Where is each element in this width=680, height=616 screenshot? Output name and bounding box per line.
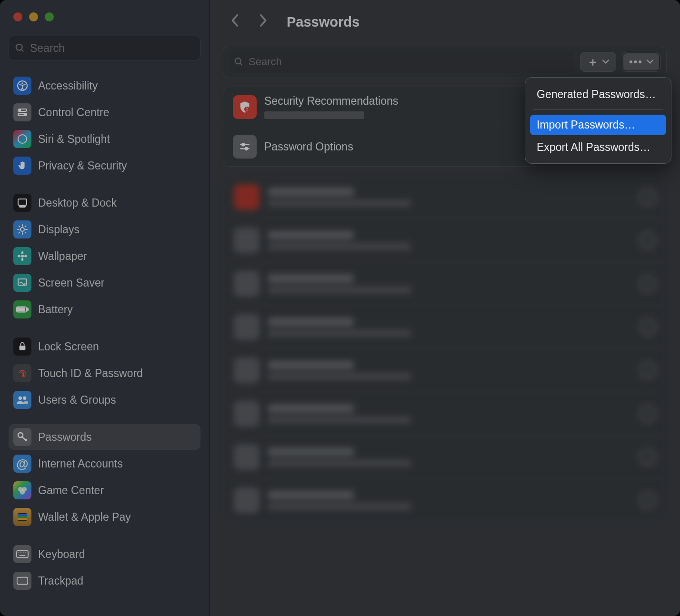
add-password-button[interactable]: ＋: [580, 52, 616, 72]
sidebar-item-battery[interactable]: Battery: [9, 297, 200, 322]
sidebar-item-keyboard[interactable]: Keyboard: [9, 541, 200, 567]
sidebar-item-touch-id[interactable]: Touch ID & Password: [9, 360, 200, 386]
toolbar: ＋ •••: [223, 46, 667, 78]
sidebar-item-label: Wallet & Apple Pay: [38, 511, 131, 524]
info-button[interactable]: i: [640, 449, 656, 465]
sidebar-item-users-groups[interactable]: Users & Groups: [9, 387, 200, 413]
redacted-username: [268, 460, 411, 467]
plus-icon: ＋: [587, 54, 599, 70]
sidebar-item-label: Siri & Spotlight: [38, 133, 110, 146]
menu-item-import-passwords[interactable]: Import Passwords…: [530, 115, 666, 135]
redacted-username: [268, 417, 411, 423]
site-favicon: [234, 314, 260, 340]
menu-item-generated-passwords[interactable]: Generated Passwords…: [530, 84, 666, 105]
search-icon: [234, 57, 244, 67]
passwords-search[interactable]: [229, 51, 574, 73]
redacted-subtext: [264, 111, 364, 119]
password-options-label: Password Options: [264, 140, 353, 153]
password-row[interactable]: i: [223, 349, 666, 392]
svg-line-1: [21, 50, 24, 52]
redacted-site-name: [268, 274, 354, 283]
svg-point-23: [18, 255, 20, 258]
sidebar-item-accessibility[interactable]: Accessibility: [9, 73, 200, 99]
svg-point-21: [21, 251, 24, 254]
sidebar-item-lock-screen[interactable]: Lock Screen: [9, 334, 200, 359]
sun-icon: [13, 220, 31, 238]
sidebar-item-wallet[interactable]: Wallet & Apple Pay: [9, 504, 200, 530]
more-actions-popover: Generated Passwords…Import Passwords…Exp…: [525, 77, 671, 164]
site-favicon: [234, 271, 260, 297]
accessibility-icon: [13, 77, 31, 95]
sidebar-item-label: Passwords: [38, 431, 91, 444]
svg-point-3: [21, 82, 23, 84]
flower-icon: [13, 247, 31, 265]
search-icon: [15, 43, 25, 53]
info-button[interactable]: i: [640, 362, 656, 378]
sidebar-item-label: Desktop & Dock: [38, 197, 117, 209]
menu-item-export-all-passwords[interactable]: Export All Passwords…: [530, 137, 666, 158]
close-window-button[interactable]: [13, 12, 22, 21]
svg-rect-37: [18, 514, 27, 516]
password-row[interactable]: i: [223, 176, 666, 219]
info-button[interactable]: i: [640, 232, 656, 248]
sidebar-item-label: Internet Accounts: [38, 457, 123, 470]
siri-icon: [13, 130, 31, 148]
wallet-icon: [13, 508, 31, 526]
sidebar-item-wallpaper[interactable]: Wallpaper: [9, 243, 200, 269]
info-button[interactable]: i: [640, 492, 656, 508]
password-row[interactable]: i: [223, 306, 666, 349]
minimize-window-button[interactable]: [29, 12, 38, 21]
sidebar-item-label: Keyboard: [38, 548, 85, 561]
svg-line-18: [19, 232, 20, 233]
sidebar-item-siri-spotlight[interactable]: Siri & Spotlight: [9, 126, 200, 152]
sidebar-item-control-centre[interactable]: Control Centre: [9, 99, 200, 125]
sidebar-item-game-center[interactable]: Game Center: [9, 477, 200, 503]
users-icon: [13, 391, 31, 409]
svg-point-31: [23, 397, 26, 400]
info-button[interactable]: i: [640, 319, 656, 335]
window-controls: [9, 9, 200, 24]
site-favicon: [234, 444, 260, 470]
back-button[interactable]: [227, 11, 244, 33]
sidebar-item-label: Screen Saver: [38, 277, 104, 289]
key-icon: [13, 428, 31, 446]
lock-icon: [13, 338, 31, 356]
screensaver-icon: [13, 274, 31, 292]
site-favicon: [234, 228, 260, 253]
zoom-window-button[interactable]: [45, 12, 54, 21]
sidebar-item-privacy-security[interactable]: Privacy & Security: [9, 153, 200, 179]
sidebar-item-desktop-dock[interactable]: Desktop & Dock: [9, 190, 200, 216]
password-row[interactable]: i: [223, 479, 666, 522]
password-row[interactable]: i: [223, 219, 666, 262]
sidebar-item-internet-accounts[interactable]: @Internet Accounts: [9, 451, 200, 477]
sidebar-item-screen-saver[interactable]: Screen Saver: [9, 270, 200, 296]
redacted-username: [268, 287, 411, 293]
password-row[interactable]: i: [223, 262, 666, 306]
sidebar-item-passwords[interactable]: Passwords: [9, 424, 200, 450]
svg-rect-29: [20, 346, 26, 350]
svg-rect-39: [18, 518, 27, 520]
more-actions-button[interactable]: •••: [622, 52, 660, 72]
sidebar-item-displays[interactable]: Displays: [9, 217, 200, 242]
passwords-search-input[interactable]: [249, 56, 570, 68]
settings-window: AccessibilityControl CentreSiri & Spotli…: [0, 0, 680, 616]
redacted-site-name: [268, 491, 354, 499]
info-button[interactable]: i: [640, 406, 656, 422]
svg-rect-9: [18, 199, 27, 205]
sidebar-item-trackpad[interactable]: Trackpad: [9, 568, 200, 594]
redacted-site-name: [268, 404, 354, 413]
svg-line-17: [25, 232, 26, 233]
svg-point-11: [20, 228, 24, 231]
svg-rect-40: [17, 551, 28, 558]
svg-point-7: [24, 114, 26, 115]
info-button[interactable]: i: [640, 189, 656, 205]
sidebar-search[interactable]: [9, 36, 200, 60]
password-row[interactable]: i: [223, 392, 666, 436]
keyboard-icon: [13, 545, 31, 563]
sidebar-search-input[interactable]: [30, 42, 194, 55]
sidebar-item-label: Battery: [38, 303, 73, 316]
info-button[interactable]: i: [640, 276, 656, 292]
password-row[interactable]: i: [223, 436, 666, 479]
forward-button[interactable]: [254, 11, 271, 33]
svg-point-35: [20, 490, 25, 495]
